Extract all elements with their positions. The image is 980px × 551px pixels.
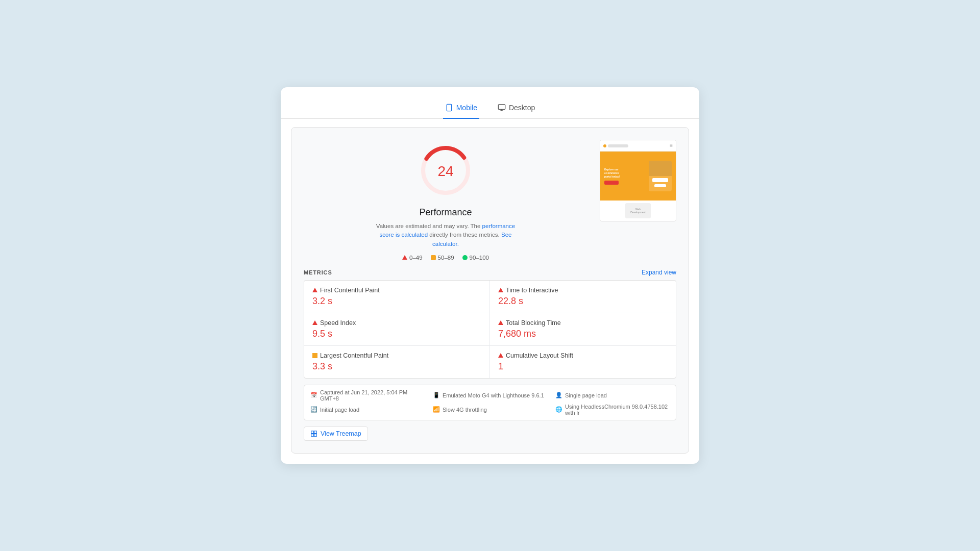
mockup-dot1 [603, 144, 606, 147]
mockup-image [649, 161, 672, 191]
metric-fcp-label: First Contentful Paint [320, 287, 380, 294]
metrics-grid: First Contentful Paint 3.2 s Time to Int… [304, 280, 676, 379]
metric-tbt-icon [498, 320, 503, 325]
mockup-footer-block: WebDevelopment [625, 203, 651, 218]
legend-bad-range: 0–49 [409, 255, 423, 261]
legend-bad: 0–49 [402, 255, 423, 261]
desktop-icon [498, 104, 506, 112]
footer-initial-text: Initial page load [320, 407, 359, 413]
mockup-hero-text: Explore oureCommerceportal today! [604, 168, 649, 179]
metric-tti-label-row: Time to Interactive [498, 287, 668, 294]
mockup-menu: ≡ [670, 143, 673, 148]
metric-lcp-value: 3.3 s [312, 361, 481, 372]
legend-average-range: 50–89 [438, 255, 454, 261]
footer-throttling: 📶 Slow 4G throttling [433, 404, 547, 416]
tab-desktop[interactable]: Desktop [496, 99, 537, 119]
svg-rect-7 [311, 431, 314, 434]
score-left: 24 Performance Values are estimated and … [304, 140, 587, 261]
footer-browser-text: Using HeadlessChromium 98.0.4758.102 wit… [565, 404, 670, 416]
metric-fcp-label-row: First Contentful Paint [312, 287, 481, 294]
main-content-area: 24 Performance Values are estimated and … [291, 127, 689, 454]
metric-cls: Cumulative Layout Shift 1 [490, 346, 676, 378]
metric-cls-icon [498, 353, 503, 358]
legend-good-icon [462, 255, 468, 260]
metrics-section-label: METRICS [304, 269, 332, 276]
metric-si-value: 9.5 s [312, 329, 481, 339]
mockup-topbar: ≡ [600, 140, 676, 152]
score-section: 24 Performance Values are estimated and … [304, 140, 676, 261]
footer-initial: 🔄 Initial page load [310, 404, 425, 416]
legend-good-range: 90–100 [470, 255, 489, 261]
reload-icon: 🔄 [310, 406, 317, 413]
footer-throttling-text: Slow 4G throttling [443, 407, 487, 413]
signal-icon: 📶 [433, 406, 440, 413]
metric-lcp-label-row: Largest Contentful Paint [312, 352, 481, 359]
mockup-urlbar [608, 144, 628, 147]
metric-lcp-label: Largest Contentful Paint [320, 352, 388, 359]
mockup: ≡ Explore oureCommerceportal today! [600, 140, 676, 221]
expand-view-link[interactable]: Expand view [642, 269, 676, 276]
metric-si-label: Speed Index [320, 319, 356, 327]
tab-mobile[interactable]: Mobile [443, 99, 479, 119]
footer-info: 📅 Captured at Jun 21, 2022, 5:04 PM GMT+… [304, 385, 676, 420]
metric-fcp-value: 3.2 s [312, 296, 481, 307]
footer-pageload-type-text: Single page load [565, 392, 607, 398]
metrics-header: METRICS Expand view [304, 269, 676, 276]
svg-rect-0 [447, 104, 451, 111]
device-icon: 📱 [433, 392, 440, 398]
footer-captured-text: Captured at Jun 21, 2022, 5:04 PM GMT+8 [320, 389, 425, 402]
mockup-hero: Explore oureCommerceportal today! [600, 152, 676, 201]
treemap-button-label: View Treemap [321, 430, 361, 437]
legend-bad-icon [402, 255, 407, 260]
metric-tti-label: Time to Interactive [506, 287, 558, 294]
mockup-footer-text: WebDevelopment [630, 208, 645, 214]
score-title: Performance [419, 207, 472, 218]
view-treemap-button[interactable]: View Treemap [304, 427, 368, 441]
footer-browser: 🌐 Using HeadlessChromium 98.0.4758.102 w… [555, 404, 670, 416]
footer-device-text: Emulated Moto G4 with Lighthouse 9.6.1 [443, 392, 544, 398]
metric-tti: Time to Interactive 22.8 s [490, 281, 676, 313]
footer-pageload-type: 👤 Single page load [555, 389, 670, 402]
score-number: 24 [437, 163, 453, 179]
tab-mobile-label: Mobile [456, 104, 477, 112]
metric-tbt-label: Total Blocking Time [506, 319, 561, 327]
metric-si-label-row: Speed Index [312, 319, 481, 327]
metric-cls-label: Cumulative Layout Shift [506, 352, 573, 359]
tab-bar: Mobile Desktop [281, 99, 699, 119]
score-link-calculated[interactable]: performance score is calculated [380, 223, 516, 238]
legend-average: 50–89 [431, 255, 454, 261]
globe-icon: 🌐 [555, 406, 562, 413]
metric-si: Speed Index 9.5 s [304, 313, 490, 346]
metric-tbt: Total Blocking Time 7,680 ms [490, 313, 676, 346]
user-icon: 👤 [555, 392, 562, 398]
svg-rect-10 [314, 434, 317, 436]
page-screenshot: ≡ Explore oureCommerceportal today! [600, 140, 676, 221]
metric-cls-value: 1 [498, 361, 668, 372]
metric-tti-icon [498, 288, 503, 292]
score-legend: 0–49 50–89 90–100 [402, 255, 489, 261]
legend-average-icon [431, 255, 436, 260]
mobile-icon [445, 104, 453, 112]
metric-fcp: First Contentful Paint 3.2 s [304, 281, 490, 313]
metric-tbt-value: 7,680 ms [498, 329, 668, 339]
svg-rect-8 [314, 431, 317, 434]
metric-lcp-icon [312, 353, 317, 358]
tab-desktop-label: Desktop [509, 104, 535, 112]
performance-gauge: 24 [415, 140, 476, 201]
footer-captured: 📅 Captured at Jun 21, 2022, 5:04 PM GMT+… [310, 389, 425, 402]
metric-lcp: Largest Contentful Paint 3.3 s [304, 346, 490, 378]
mockup-cta [604, 181, 619, 185]
metric-cls-label-row: Cumulative Layout Shift [498, 352, 668, 359]
main-card: Mobile Desktop 24 Performance [281, 87, 699, 464]
treemap-icon [310, 430, 317, 437]
legend-good: 90–100 [462, 255, 489, 261]
score-description: Values are estimated and may vary. The p… [374, 222, 517, 248]
mockup-footer: WebDevelopment [600, 201, 676, 221]
metric-si-icon [312, 320, 317, 325]
score-link-calculator[interactable]: See calculator. [432, 232, 511, 246]
metric-fcp-icon [312, 288, 317, 292]
svg-rect-9 [311, 434, 314, 436]
calendar-icon: 📅 [310, 392, 317, 398]
svg-rect-2 [498, 105, 505, 109]
footer-device: 📱 Emulated Moto G4 with Lighthouse 9.6.1 [433, 389, 547, 402]
